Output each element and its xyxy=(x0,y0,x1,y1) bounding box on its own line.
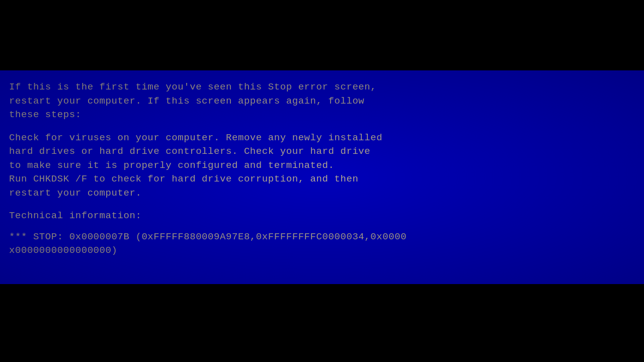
black-bar-bottom xyxy=(0,284,644,362)
tech-info-section: Technical information: xyxy=(9,209,635,223)
tech-label: Technical information: xyxy=(9,210,141,221)
check-paragraph: Check for viruses on your computer. Remo… xyxy=(9,131,635,201)
stop-code-section: *** STOP: 0x0000007B (0xFFFFF880009A97E8… xyxy=(9,230,635,258)
intro-text: If this is the first time you've seen th… xyxy=(9,81,376,120)
black-bar-top xyxy=(0,0,644,70)
intro-paragraph: If this is the first time you've seen th… xyxy=(9,80,635,122)
screen-container: If this is the first time you've seen th… xyxy=(0,0,644,362)
check-text: Check for viruses on your computer. Remo… xyxy=(9,132,382,199)
stop-line-1: *** STOP: 0x0000007B (0xFFFFF880009A97E8… xyxy=(9,230,635,244)
bsod-screen: If this is the first time you've seen th… xyxy=(0,70,644,284)
stop-line-2: x0000000000000000) xyxy=(9,244,635,258)
